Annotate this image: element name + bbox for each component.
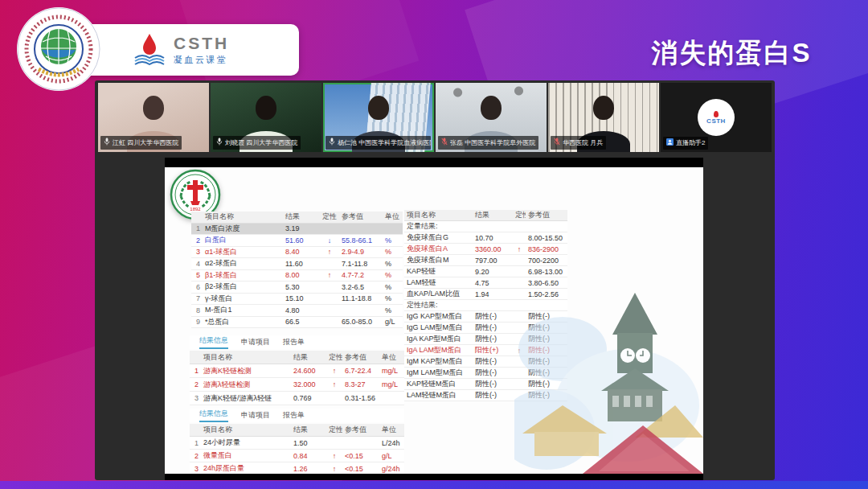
tab-2[interactable]: 申请项目 [241,337,270,349]
video-thumbnail-2[interactable]: 刘晓霞 四川大学华西医院 [211,83,321,152]
table-row[interactable]: 124小时尿量1.50L/24h [190,437,404,450]
table-row[interactable]: 3游离K轻链/游离λ轻链0.7690.31-1.56 [190,392,404,405]
table-row[interactable]: 免疫球蛋白G10.708.00-15.50 [404,232,567,244]
cell-result: 1.26 [291,465,326,473]
participant-name: 华西医院 月兵 [563,139,603,147]
table-row[interactable]: 血KAP/LAM比值1.941.50-2.56 [404,289,567,300]
video-thumbnail-6[interactable]: CSTH直播助手2 [661,83,772,152]
cell-reference: 836-2900 [526,245,567,253]
cell-unit: % [383,294,403,302]
cell-item-name: α1-球蛋白 [203,247,283,257]
table-row[interactable]: LAM轻链4.753.80-6.50 [404,277,567,289]
col-header-5: 单位 [383,212,403,222]
cell-unit: % [383,236,403,244]
table-row[interactable]: 6β2-球蛋白5.303.2-6.5% [191,281,403,294]
table-row[interactable]: LAM轻链M蛋白阴性(-)阴性(-) [404,390,567,401]
table-row[interactable]: 定性结果: [404,300,567,311]
tab-1[interactable]: 结果信息 [199,409,228,422]
cell-item-name: LAM轻链M蛋白 [404,390,473,401]
table-row[interactable]: IgG LAM型M蛋白阴性(-)阴性(-) [404,323,567,334]
table-row[interactable]: 定量结果: [404,221,567,232]
cell-item-name: 24小时尿量 [201,438,291,448]
cell-item-name: IgM LAM型M蛋白 [404,368,473,378]
table-row[interactable]: 免疫球蛋白M797.00700-2200 [404,255,567,266]
cell-reference: 11.1-18.8 [339,294,383,302]
table-row[interactable]: 2游离λ轻链检测32.000↑8.3-27mg/L [190,378,404,392]
cell-result: 51.60 [283,236,320,244]
table-row[interactable]: 1游离K轻链检测24.600↑6.7-22.4mg/L [190,364,404,378]
cell-flag: ↑ [326,465,342,473]
participant-name: 刘晓霞 四川大学华西医院 [225,139,297,147]
video-thumbnail-1[interactable]: 江虹 四川大学华西医院 [98,83,209,152]
table-row[interactable]: 2白蛋白51.60↓55.8-66.1% [191,235,403,247]
cell-unit: mg/L [379,380,404,388]
tab-1[interactable]: 结果信息 [199,335,228,349]
col-header-5: 单位 [379,425,404,435]
cell-reference: 3.2-6.5 [339,283,383,291]
video-thumbnail-5[interactable]: 华西医院 月兵 [548,83,659,152]
col-header-1: 项目名称 [404,210,473,220]
table-row[interactable]: 5β1-球蛋白8.00↑4.7-7.2% [191,270,403,282]
cell-reference: 700-2200 [526,257,567,265]
page-title: 消失的蛋白S [619,35,844,72]
cell-item-name: M蛋白浓度 [203,224,283,234]
table-row[interactable]: 2微量蛋白0.84↑<0.15g/L [190,450,404,462]
cell-result: 4.75 [473,279,513,287]
cell-item-name: 免疫球蛋白M [404,255,473,265]
cell-result: 24.600 [291,367,326,375]
table-row[interactable]: 3α1-球蛋白8.40↑2.9-4.9% [191,247,403,259]
table-header-row: 项目名称结果定性参考值单位 [191,212,403,224]
conference-window: 江虹 四川大学华西医院刘晓霞 四川大学华西医院杨仁池 中国医学科学院血液病医院张… [95,80,775,480]
table-row[interactable]: 1M蛋白浓度3.19 [191,224,403,236]
cell-result: 阴性(-) [473,390,513,401]
cell-reference: 阴性(-) [526,356,567,367]
table-row[interactable]: 4α2-球蛋白11.607.1-11.8% [191,258,403,270]
table-row[interactable]: 8M-蛋白14.80% [191,305,403,317]
col-header-4: 参考值 [339,212,383,222]
cell-flag: ↑ [320,248,339,256]
cell-item-name: 白蛋白 [203,235,283,245]
cell-index: 4 [191,260,203,268]
table-row[interactable]: 7γ-球蛋白15.1011.1-18.8% [191,294,403,306]
table-row[interactable]: KAP轻链M蛋白阴性(-)阴性(-) [404,379,567,390]
tab-3[interactable]: 报告单 [283,410,305,422]
tab-3[interactable]: 报告单 [283,337,305,349]
table-tabbar: 结果信息申请项目报告单 [190,335,404,349]
cell-reference: 阴性(-) [526,311,567,322]
cell-unit: g/L [383,318,403,326]
video-thumbnail-4[interactable]: 张磊 中国医学科学院阜外医院 [436,83,547,152]
col-header-2: 结果 [283,212,320,222]
cell-unit: % [383,248,403,256]
table-row[interactable]: IgA LAM型M蛋白阳性(+)↑阴性(-) [404,345,567,356]
csth-drop-book-icon [133,32,166,68]
table-row[interactable]: 324h尿蛋白量1.26↑<0.15g/24h [190,462,404,474]
cell-item-name: 游离K轻链检测 [201,366,291,376]
mic-icon [216,138,223,148]
video-strip: 江虹 四川大学华西医院刘晓霞 四川大学华西医院杨仁池 中国医学科学院血液病医院张… [98,83,772,152]
table-row[interactable]: KAP轻链9.206.98-13.00 [404,266,567,277]
table-row[interactable]: 免疫球蛋白A3360.00↑836-2900 [404,244,567,255]
cell-index: 1 [191,224,203,232]
cell-reference: 7.1-11.8 [339,260,383,268]
cell-item-name: IgM KAP型M蛋白 [404,356,473,367]
cell-item-name: 血KAP/LAM比值 [404,289,473,299]
cell-flag: ↑ [326,380,342,388]
table-row[interactable]: IgM LAM型M蛋白阴性(-)阴性(-) [404,368,567,379]
cell-index: 3 [191,248,203,256]
video-thumbnail-3[interactable]: 杨仁池 中国医学科学院血液病医院 [323,83,434,152]
cell-unit: % [383,283,403,291]
table-row[interactable]: IgA KAP型M蛋白阴性(-)阴性(-) [404,334,567,345]
table-row[interactable]: IgM KAP型M蛋白阴性(-)阴性(-) [404,356,567,368]
cell-unit: % [383,306,403,314]
cell-index: 2 [190,380,201,388]
csth-subtitle: 凝血云课堂 [174,54,229,66]
table-row[interactable]: 9*总蛋白66.565.0-85.0g/L [191,317,403,329]
cell-reference: <0.15 [342,452,379,460]
cell-result: 阴性(-) [473,368,513,378]
participant-name-label: 直播助手2 [663,137,708,150]
table-row[interactable]: IgG KAP型M蛋白阴性(-)阴性(-) [404,311,567,323]
person-icon [666,138,674,148]
cell-result: 5.30 [283,283,320,291]
tab-2[interactable]: 申请项目 [241,410,270,422]
cell-reference: 阴性(-) [526,334,567,344]
